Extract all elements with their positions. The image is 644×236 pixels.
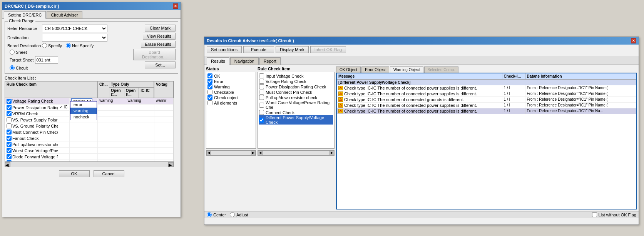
drc-ok-button[interactable]: OK [59, 170, 90, 177]
list-item: Diode Forward Voltage Rating Check [5, 154, 174, 160]
status-check-object-checkbox[interactable] [207, 95, 212, 100]
rule-connect-check-checkbox[interactable] [259, 110, 264, 115]
list-item: Worst Case Voltage/Power Rating Ch. [5, 148, 174, 154]
sheet-radio[interactable] [10, 50, 15, 55]
rule-check-scrollbar[interactable]: ◀ ▶ [258, 150, 335, 156]
set-button[interactable]: Set... [145, 61, 176, 68]
sheet-radio-group: Sheet [10, 50, 130, 55]
status-ok: OK [207, 73, 254, 78]
tab-navigation[interactable]: Navigation [230, 57, 259, 65]
display-mark-button[interactable]: Display Mark [276, 46, 309, 53]
tab-ok-object[interactable]: OK Object [336, 66, 361, 73]
specify-radio-item: Specify [42, 43, 62, 48]
results-window: Results in Circuit Adviser test1.cir( Ci… [204, 37, 639, 225]
diode-forward-check-checkbox[interactable] [7, 154, 12, 159]
tab-warning-object[interactable]: Warning Object [390, 66, 423, 73]
vs-power-supply-check-checkbox[interactable] [7, 117, 12, 122]
status-scroll-right[interactable]: ▶ [251, 151, 256, 155]
worst-case-check-checkbox[interactable] [7, 148, 12, 153]
results-title: Results in Circuit Adviser test1.cir( Ci… [207, 38, 294, 43]
execute-button[interactable]: Execute [243, 46, 274, 53]
center-radio[interactable] [207, 212, 212, 217]
rule-must-connect-pin-checkbox[interactable] [259, 90, 264, 95]
destination-label: Destination [7, 35, 42, 40]
drc-erc-window: DRC/ERC [ DG-sample.cir ] ✕ Setting DRC/… [2, 2, 181, 217]
dropdown-warning[interactable]: warning [70, 108, 97, 114]
status-error: Error [207, 79, 254, 84]
status-all-elements-checkbox[interactable] [207, 100, 212, 105]
warning-section-title: [Different Power Supply/Voltage Check] [337, 80, 636, 85]
board-destination-group: Board Destination Specify Not Specify [7, 43, 130, 48]
rule-check-scroll-right[interactable]: ▶ [330, 151, 334, 155]
max-connected-cap-check-checkbox[interactable] [7, 160, 12, 162]
circuit-radio[interactable] [10, 65, 15, 70]
scroll-left-btn[interactable]: ◀ [5, 162, 10, 167]
drc-close-button[interactable]: ✕ [173, 3, 178, 9]
rule-check-panel: Rule Check Item Input Voltage Check Volt… [258, 66, 335, 209]
destination-select[interactable] [42, 34, 107, 42]
check-item-list[interactable]: Rule Check Item Ch... Type Only Open C..… [5, 81, 174, 162]
specify-radio[interactable] [42, 43, 47, 48]
board-destination-button: Board Destination... [133, 49, 176, 60]
fanout-check-checkbox[interactable] [7, 136, 12, 141]
dropdown-nocheck[interactable]: nocheck [70, 114, 97, 120]
status-all-elements: All elements [207, 100, 254, 105]
tab-report[interactable]: Report [259, 57, 281, 65]
warn-icon-1: ⚠ [338, 86, 343, 90]
adjust-radio[interactable] [230, 212, 235, 217]
rule-voltage-rating-checkbox[interactable] [259, 79, 264, 84]
target-sheet-input[interactable] [35, 56, 58, 64]
drc-cancel-button[interactable]: Cancel [94, 170, 124, 177]
results-close-button[interactable]: ✕ [631, 38, 636, 43]
tab-results[interactable]: Results [207, 57, 229, 65]
rule-different-power-supply-checkbox[interactable] [259, 118, 264, 123]
results-title-bar: Results in Circuit Adviser test1.cir( Ci… [204, 37, 639, 45]
rule-power-dissipation-checkbox[interactable] [259, 84, 264, 89]
set-conditions-button[interactable]: Set conditions [207, 46, 242, 53]
vrrm-check-checkbox[interactable] [7, 111, 12, 116]
status-check-object: Check object [207, 95, 254, 100]
not-specify-radio[interactable] [66, 43, 71, 48]
results-main-content: Status OK Error Warning Checkable [204, 65, 639, 211]
list-scrollbar-h[interactable]: ◀ ▶ [5, 162, 174, 167]
dropdown-error[interactable]: error [70, 101, 97, 108]
rule-check-header: Rule Check Item [258, 66, 335, 71]
list-item: Fanout Check [5, 135, 174, 141]
status-scroll-left[interactable]: ◀ [206, 151, 211, 155]
view-results-button[interactable]: View Results [143, 33, 176, 40]
rule-input-voltage-checkbox[interactable] [259, 73, 264, 78]
must-connect-pin-check-checkbox[interactable] [7, 130, 12, 135]
refer-resource-select[interactable]: CR-5000/CCF CHECK [42, 25, 107, 32]
status-checkable-checkbox[interactable] [207, 90, 212, 95]
rule-worst-case-checkbox[interactable] [259, 103, 264, 108]
results-tab-bar: Results Navigation Report [204, 56, 639, 65]
status-scrollbar[interactable]: ◀ ▶ [206, 150, 256, 156]
rule-pull-updown-checkbox[interactable] [259, 95, 264, 100]
status-ok-checkbox[interactable] [207, 73, 212, 78]
tab-circuit-adviser[interactable]: Circuit Adviser [47, 11, 82, 18]
col-rule-check-item: Rule Check Item [5, 81, 98, 98]
drc-title: DRC/ERC [ DG-sample.cir ] [5, 4, 59, 8]
list-without-ok-checkbox[interactable] [592, 212, 597, 217]
vs-ground-polarity-check-checkbox[interactable] [7, 123, 12, 128]
rule-check-scroll-left[interactable]: ◀ [258, 151, 263, 155]
status-warning-checkbox[interactable] [207, 84, 212, 89]
warning-results-table[interactable]: Message Check-I... Datane Information [D… [336, 73, 637, 209]
pull-updown-check-checkbox[interactable] [7, 142, 12, 147]
power-dissipation-check-checkbox[interactable] [7, 105, 12, 110]
scroll-right-btn[interactable]: ▶ [168, 162, 174, 167]
status-warning: Warning [207, 84, 254, 89]
drc-tab-bar: Setting DRC/ERC Circuit Adviser [2, 10, 181, 19]
tab-setting-drc-erc[interactable]: Setting DRC/ERC [4, 11, 46, 19]
type-only-dropdown[interactable]: error warning nocheck [70, 101, 97, 120]
erase-results-button[interactable]: Erase Results [141, 41, 176, 48]
sheet-label: Sheet [16, 50, 27, 55]
voltage-rating-check-checkbox[interactable] [7, 99, 12, 104]
destination-group: Destination [7, 34, 130, 42]
tab-error-object[interactable]: Error Object [361, 66, 389, 73]
warn-icon-5: ⚠ [338, 109, 343, 113]
tab-selected-comp[interactable]: Selected Comp. [424, 66, 458, 73]
clear-mark-button[interactable]: Clear Mark [145, 25, 176, 32]
status-error-checkbox[interactable] [207, 79, 212, 84]
list-item: VS. Ground Polarity Check[single powe [5, 123, 174, 129]
